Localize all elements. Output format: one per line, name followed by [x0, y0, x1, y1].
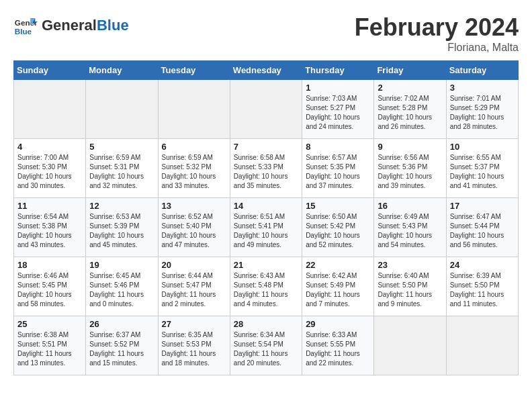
day-info: Sunrise: 6:52 AM Sunset: 5:40 PM Dayligh… — [162, 212, 226, 250]
day-number: 22 — [306, 260, 370, 270]
day-number: 7 — [234, 142, 298, 152]
logo-icon: General Blue — [13, 13, 38, 38]
calendar-cell: 3Sunrise: 7:01 AM Sunset: 5:29 PM Daylig… — [446, 80, 518, 139]
day-number: 26 — [89, 319, 154, 329]
day-info: Sunrise: 6:45 AM Sunset: 5:46 PM Dayligh… — [89, 271, 154, 309]
logo: General Blue GeneralBlue — [13, 13, 129, 38]
calendar-cell — [230, 80, 302, 139]
day-info: Sunrise: 6:42 AM Sunset: 5:49 PM Dayligh… — [306, 271, 370, 309]
calendar-cell: 27Sunrise: 6:35 AM Sunset: 5:53 PM Dayli… — [158, 316, 230, 375]
calendar-cell: 12Sunrise: 6:53 AM Sunset: 5:39 PM Dayli… — [86, 198, 158, 257]
day-info: Sunrise: 6:58 AM Sunset: 5:33 PM Dayligh… — [234, 153, 298, 191]
calendar-cell: 20Sunrise: 6:44 AM Sunset: 5:47 PM Dayli… — [158, 257, 230, 316]
weekday-header: Saturday — [446, 61, 518, 80]
calendar-week-row: 25Sunrise: 6:38 AM Sunset: 5:51 PM Dayli… — [14, 316, 519, 375]
weekday-header: Sunday — [14, 61, 86, 80]
day-number: 15 — [306, 201, 370, 211]
logo-text: GeneralBlue — [42, 18, 129, 33]
page-subtitle: Floriana, Malta — [355, 42, 519, 54]
day-info: Sunrise: 7:00 AM Sunset: 5:30 PM Dayligh… — [17, 153, 82, 191]
day-info: Sunrise: 6:50 AM Sunset: 5:42 PM Dayligh… — [306, 212, 370, 250]
page-title: February 2024 — [355, 13, 519, 42]
day-info: Sunrise: 6:56 AM Sunset: 5:36 PM Dayligh… — [378, 153, 442, 191]
calendar-header: SundayMondayTuesdayWednesdayThursdayFrid… — [14, 61, 519, 80]
day-info: Sunrise: 6:43 AM Sunset: 5:48 PM Dayligh… — [234, 271, 298, 309]
day-info: Sunrise: 6:40 AM Sunset: 5:50 PM Dayligh… — [378, 271, 442, 309]
day-number: 20 — [162, 260, 226, 270]
day-info: Sunrise: 6:55 AM Sunset: 5:37 PM Dayligh… — [450, 153, 515, 191]
calendar-cell: 28Sunrise: 6:34 AM Sunset: 5:54 PM Dayli… — [230, 316, 302, 375]
calendar-cell: 17Sunrise: 6:47 AM Sunset: 5:44 PM Dayli… — [446, 198, 518, 257]
day-number: 10 — [450, 142, 515, 152]
calendar-cell: 14Sunrise: 6:51 AM Sunset: 5:41 PM Dayli… — [230, 198, 302, 257]
calendar-body: 1Sunrise: 7:03 AM Sunset: 5:27 PM Daylig… — [14, 80, 519, 375]
calendar-cell: 11Sunrise: 6:54 AM Sunset: 5:38 PM Dayli… — [14, 198, 86, 257]
day-info: Sunrise: 6:49 AM Sunset: 5:43 PM Dayligh… — [378, 212, 442, 250]
calendar-week-row: 18Sunrise: 6:46 AM Sunset: 5:45 PM Dayli… — [14, 257, 519, 316]
calendar-cell: 10Sunrise: 6:55 AM Sunset: 5:37 PM Dayli… — [446, 139, 518, 198]
svg-text:Blue: Blue — [15, 27, 32, 36]
day-number: 6 — [162, 142, 226, 152]
day-info: Sunrise: 6:57 AM Sunset: 5:35 PM Dayligh… — [306, 153, 370, 191]
day-number: 29 — [306, 319, 370, 329]
weekday-header: Thursday — [302, 61, 374, 80]
calendar-cell: 24Sunrise: 6:39 AM Sunset: 5:50 PM Dayli… — [446, 257, 518, 316]
calendar-cell: 26Sunrise: 6:37 AM Sunset: 5:52 PM Dayli… — [86, 316, 158, 375]
calendar-cell — [14, 80, 86, 139]
calendar-cell: 13Sunrise: 6:52 AM Sunset: 5:40 PM Dayli… — [158, 198, 230, 257]
weekday-row: SundayMondayTuesdayWednesdayThursdayFrid… — [14, 61, 519, 80]
day-info: Sunrise: 6:44 AM Sunset: 5:47 PM Dayligh… — [162, 271, 226, 309]
day-info: Sunrise: 6:46 AM Sunset: 5:45 PM Dayligh… — [17, 271, 82, 309]
calendar-cell: 2Sunrise: 7:02 AM Sunset: 5:28 PM Daylig… — [374, 80, 446, 139]
day-info: Sunrise: 6:47 AM Sunset: 5:44 PM Dayligh… — [450, 212, 515, 250]
day-number: 19 — [89, 260, 154, 270]
calendar-cell — [446, 316, 518, 375]
calendar-week-row: 11Sunrise: 6:54 AM Sunset: 5:38 PM Dayli… — [14, 198, 519, 257]
day-number: 13 — [162, 201, 226, 211]
calendar-cell: 9Sunrise: 6:56 AM Sunset: 5:36 PM Daylig… — [374, 139, 446, 198]
day-info: Sunrise: 6:37 AM Sunset: 5:52 PM Dayligh… — [89, 330, 154, 368]
day-info: Sunrise: 7:02 AM Sunset: 5:28 PM Dayligh… — [378, 94, 442, 132]
calendar-cell: 15Sunrise: 6:50 AM Sunset: 5:42 PM Dayli… — [302, 198, 374, 257]
calendar-cell: 23Sunrise: 6:40 AM Sunset: 5:50 PM Dayli… — [374, 257, 446, 316]
calendar-week-row: 4Sunrise: 7:00 AM Sunset: 5:30 PM Daylig… — [14, 139, 519, 198]
weekday-header: Wednesday — [230, 61, 302, 80]
day-number: 16 — [378, 201, 442, 211]
day-number: 8 — [306, 142, 370, 152]
day-number: 25 — [17, 319, 82, 329]
day-number: 18 — [17, 260, 82, 270]
calendar-cell: 4Sunrise: 7:00 AM Sunset: 5:30 PM Daylig… — [14, 139, 86, 198]
day-info: Sunrise: 6:39 AM Sunset: 5:50 PM Dayligh… — [450, 271, 515, 309]
calendar-cell: 8Sunrise: 6:57 AM Sunset: 5:35 PM Daylig… — [302, 139, 374, 198]
calendar-cell: 19Sunrise: 6:45 AM Sunset: 5:46 PM Dayli… — [86, 257, 158, 316]
day-number: 5 — [89, 142, 154, 152]
weekday-header: Friday — [374, 61, 446, 80]
day-info: Sunrise: 7:03 AM Sunset: 5:27 PM Dayligh… — [306, 94, 370, 132]
day-number: 3 — [450, 83, 515, 93]
calendar-cell: 7Sunrise: 6:58 AM Sunset: 5:33 PM Daylig… — [230, 139, 302, 198]
calendar-cell: 18Sunrise: 6:46 AM Sunset: 5:45 PM Dayli… — [14, 257, 86, 316]
page-header: General Blue GeneralBlue February 2024 F… — [13, 13, 519, 54]
logo-blue: Blue — [97, 17, 129, 34]
day-info: Sunrise: 6:59 AM Sunset: 5:31 PM Dayligh… — [89, 153, 154, 191]
calendar-cell — [374, 316, 446, 375]
day-number: 23 — [378, 260, 442, 270]
day-number: 21 — [234, 260, 298, 270]
day-number: 4 — [17, 142, 82, 152]
calendar-cell: 16Sunrise: 6:49 AM Sunset: 5:43 PM Dayli… — [374, 198, 446, 257]
day-number: 24 — [450, 260, 515, 270]
calendar-cell: 22Sunrise: 6:42 AM Sunset: 5:49 PM Dayli… — [302, 257, 374, 316]
calendar-cell: 21Sunrise: 6:43 AM Sunset: 5:48 PM Dayli… — [230, 257, 302, 316]
calendar-cell — [86, 80, 158, 139]
weekday-header: Monday — [86, 61, 158, 80]
day-info: Sunrise: 6:59 AM Sunset: 5:32 PM Dayligh… — [162, 153, 226, 191]
day-info: Sunrise: 6:34 AM Sunset: 5:54 PM Dayligh… — [234, 330, 298, 368]
day-number: 17 — [450, 201, 515, 211]
day-number: 12 — [89, 201, 154, 211]
day-info: Sunrise: 6:54 AM Sunset: 5:38 PM Dayligh… — [17, 212, 82, 250]
day-number: 9 — [378, 142, 442, 152]
day-info: Sunrise: 6:53 AM Sunset: 5:39 PM Dayligh… — [89, 212, 154, 250]
calendar-table: SundayMondayTuesdayWednesdayThursdayFrid… — [13, 60, 519, 375]
day-number: 11 — [17, 201, 82, 211]
day-number: 14 — [234, 201, 298, 211]
